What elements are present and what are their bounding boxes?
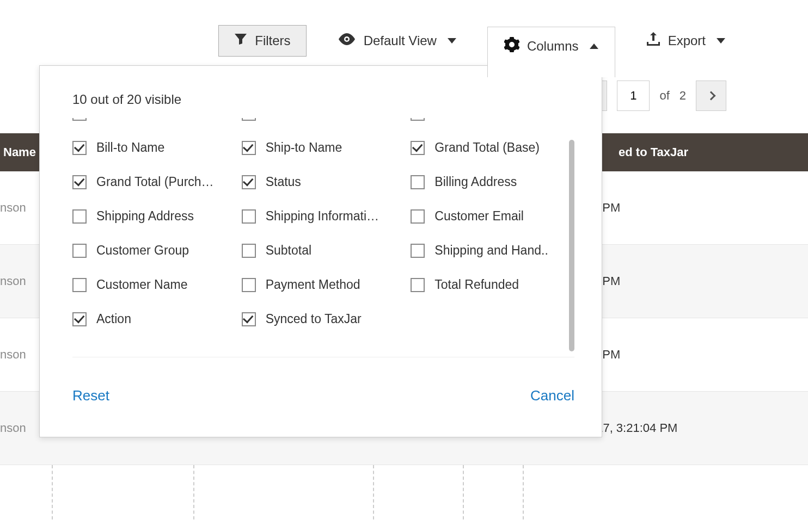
column-option[interactable]: Synced to TaxJar: [242, 302, 406, 336]
column-option[interactable]: Purchase Date: [411, 118, 574, 131]
column-option-label: Shipping Informati…: [266, 209, 379, 224]
default-view-dropdown[interactable]: Default View: [336, 28, 457, 54]
checkbox[interactable]: [411, 175, 425, 189]
filters-label: Filters: [255, 33, 290, 48]
column-option-label: Bill-to Name: [96, 140, 164, 155]
export-label: Export: [668, 33, 706, 48]
eye-icon: [338, 33, 356, 48]
column-option-label: Ship-to Name: [266, 140, 342, 155]
pager-of-label: of: [659, 89, 669, 103]
checkbox[interactable]: [72, 118, 87, 121]
column-option[interactable]: Customer Group: [72, 233, 236, 268]
column-option-label: ID: [96, 118, 109, 121]
column-option-label: Purchase Date: [434, 118, 517, 121]
caret-down-icon: [448, 38, 456, 44]
column-option[interactable]: Purchase Point: [242, 118, 406, 131]
column-option-label: Shipping Address: [96, 209, 194, 224]
column-option[interactable]: Status: [242, 165, 406, 199]
checkbox[interactable]: [411, 244, 425, 258]
column-option-label: Synced to TaxJar: [266, 312, 362, 326]
caret-up-icon: [590, 44, 598, 49]
checkbox[interactable]: [242, 278, 256, 292]
column-option[interactable]: Subtotal: [242, 233, 406, 268]
checkbox[interactable]: [72, 244, 87, 258]
column-option[interactable]: Ship-to Name: [242, 131, 406, 165]
checkbox[interactable]: [242, 175, 256, 189]
checkbox[interactable]: [411, 278, 425, 292]
column-option-label: Grand Total (Base): [434, 140, 540, 155]
checkbox[interactable]: [72, 175, 87, 189]
column-option[interactable]: Shipping Address: [72, 199, 236, 233]
column-option-label: Billing Address: [434, 175, 517, 189]
column-option-label: Action: [96, 312, 131, 326]
svg-point-1: [345, 38, 348, 41]
checkbox[interactable]: [72, 278, 87, 292]
checkbox[interactable]: [242, 312, 256, 326]
column-option-label: Shipping and Hand..: [434, 243, 548, 258]
column-option-label: Payment Method: [266, 277, 360, 292]
columns-visible-count: 10 out of 20 visible: [72, 92, 574, 107]
column-option[interactable]: Customer Email: [411, 199, 574, 233]
export-dropdown[interactable]: Export: [645, 27, 726, 55]
current-page-input[interactable]: [617, 81, 650, 111]
column-option-label: Subtotal: [266, 243, 311, 258]
column-option[interactable]: Shipping Informati…: [242, 199, 406, 233]
column-option-label: Status: [266, 175, 301, 189]
column-option-label: Purchase Point: [266, 118, 351, 121]
column-option[interactable]: Shipping and Hand..: [411, 233, 574, 268]
checkbox[interactable]: [242, 141, 256, 155]
checkbox[interactable]: [411, 118, 425, 121]
columns-panel: 10 out of 20 visible IDPurchase PointPur…: [39, 65, 602, 437]
export-icon: [646, 32, 660, 50]
column-option-label: Total Refunded: [434, 277, 519, 292]
columns-label: Columns: [527, 39, 579, 54]
checkbox[interactable]: [242, 209, 256, 224]
next-page-button[interactable]: [696, 81, 726, 111]
columns-dropdown[interactable]: Columns: [487, 27, 615, 77]
checkbox[interactable]: [242, 118, 256, 121]
table-row-placeholder: [0, 465, 808, 519]
column-option[interactable]: ID: [72, 118, 236, 131]
checkbox[interactable]: [72, 209, 87, 224]
columns-scroll[interactable]: IDPurchase PointPurchase DateBill-to Nam…: [72, 118, 574, 357]
funnel-icon: [234, 33, 247, 48]
filters-button[interactable]: Filters: [218, 25, 306, 57]
column-option[interactable]: Bill-to Name: [72, 131, 236, 165]
column-option[interactable]: Action: [72, 302, 236, 336]
column-option[interactable]: Customer Name: [72, 268, 236, 302]
column-option[interactable]: Grand Total (Purch…: [72, 165, 236, 199]
column-option[interactable]: Payment Method: [242, 268, 406, 302]
column-option[interactable]: Total Refunded: [411, 268, 574, 302]
column-option[interactable]: Billing Address: [411, 165, 574, 199]
checkbox[interactable]: [242, 244, 256, 258]
cancel-link[interactable]: Cancel: [530, 387, 574, 404]
column-option-label: Customer Email: [434, 209, 524, 224]
reset-link[interactable]: Reset: [72, 387, 109, 404]
scrollbar[interactable]: [569, 140, 574, 351]
grid-toolbar: Filters Default View Columns Export: [0, 22, 808, 60]
checkbox[interactable]: [411, 209, 425, 224]
gear-icon: [504, 37, 519, 55]
column-option-label: Customer Group: [96, 243, 189, 258]
pager-total: 2: [680, 89, 686, 103]
column-option-label: Customer Name: [96, 277, 187, 292]
default-view-label: Default View: [364, 33, 437, 48]
caret-down-icon: [717, 38, 725, 44]
chevron-right-icon: [707, 91, 716, 101]
column-option-label: Grand Total (Purch…: [96, 175, 214, 189]
col-header-synced[interactable]: ed to TaxJar: [619, 145, 688, 159]
checkbox[interactable]: [72, 141, 87, 155]
checkbox[interactable]: [411, 141, 425, 155]
column-option[interactable]: Grand Total (Base): [411, 131, 574, 165]
checkbox[interactable]: [72, 312, 87, 326]
